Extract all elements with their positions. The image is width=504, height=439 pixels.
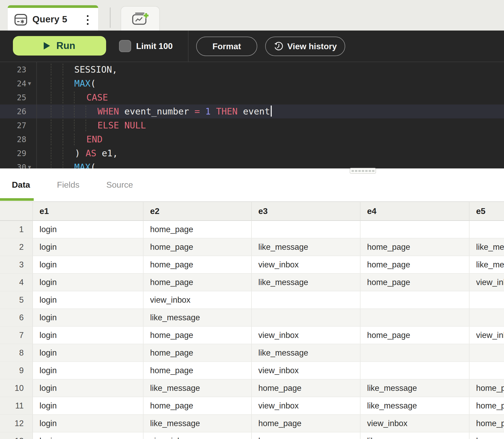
table-cell[interactable]: home_page xyxy=(360,327,470,344)
table-cell[interactable]: home_page xyxy=(144,344,252,362)
table-cell[interactable]: home_page xyxy=(470,397,504,415)
table-cell[interactable]: home_page xyxy=(144,238,252,256)
table-cell[interactable]: home_page xyxy=(144,256,252,274)
table-cell[interactable] xyxy=(252,221,360,238)
table-cell[interactable]: home_page xyxy=(360,256,470,274)
table-cell[interactable]: login xyxy=(33,397,144,415)
code-line[interactable]: 29) AS e1, xyxy=(0,146,504,160)
table-cell[interactable] xyxy=(360,362,470,380)
code-line[interactable]: 27ELSE NULL xyxy=(0,118,504,132)
column-header-e1[interactable]: e1 xyxy=(33,201,144,221)
table-cell[interactable]: like_message xyxy=(144,309,252,327)
table-cell[interactable]: view_inbox xyxy=(144,291,252,309)
table-cell[interactable]: home_page xyxy=(144,397,252,415)
table-cell[interactable]: view_inbox xyxy=(144,432,252,439)
code-line[interactable]: 28END xyxy=(0,132,504,146)
table-cell[interactable] xyxy=(470,344,504,362)
table-cell[interactable]: view_inbox xyxy=(252,362,360,380)
tab-query[interactable]: Query 5 xyxy=(8,5,98,31)
table-cell[interactable]: like_message xyxy=(360,432,470,439)
code-text: WHEN event_number = 1 THEN event xyxy=(97,104,272,118)
table-cell[interactable]: home_page xyxy=(252,415,360,432)
format-button[interactable]: Format xyxy=(196,37,257,56)
table-cell[interactable]: home_page xyxy=(470,380,504,397)
table-cell[interactable]: like_message xyxy=(470,256,504,274)
limit-checkbox[interactable] xyxy=(119,40,131,52)
table-cell[interactable]: like_message xyxy=(252,344,360,362)
query-icon xyxy=(14,13,28,26)
table-cell[interactable]: home_page xyxy=(144,327,252,344)
table-cell[interactable]: like_message xyxy=(144,380,252,397)
results-tab-fields[interactable]: Fields xyxy=(57,180,79,190)
table-cell[interactable]: like_message xyxy=(252,238,360,256)
sql-editor[interactable]: 23SESSION,24▾MAX(25CASE26WHEN event_numb… xyxy=(0,62,504,168)
code-text: ) AS e1, xyxy=(75,146,118,160)
table-cell[interactable]: login xyxy=(33,362,144,380)
table-cell[interactable]: login xyxy=(33,274,144,291)
row-number: 5 xyxy=(0,291,33,309)
table-cell[interactable]: view_inbox xyxy=(252,397,360,415)
panel-resize-handle[interactable] xyxy=(350,168,376,174)
table-cell[interactable]: view_inbox xyxy=(252,256,360,274)
table-cell[interactable] xyxy=(252,309,360,327)
table-cell[interactable]: login xyxy=(33,291,144,309)
table-cell[interactable] xyxy=(470,362,504,380)
code-line[interactable]: 25CASE xyxy=(0,91,504,104)
run-button[interactable]: Run xyxy=(13,36,106,56)
fold-arrow-icon[interactable]: ▾ xyxy=(28,160,31,168)
column-header-e3[interactable]: e3 xyxy=(252,201,360,221)
row-number: 2 xyxy=(0,238,33,256)
results-tab-source[interactable]: Source xyxy=(106,180,133,190)
table-cell[interactable]: login xyxy=(33,327,144,344)
table-cell[interactable] xyxy=(360,344,470,362)
code-line[interactable]: 23SESSION, xyxy=(0,63,504,77)
table-cell[interactable]: view_inbox xyxy=(470,274,504,291)
table-cell[interactable]: login xyxy=(33,415,144,432)
code-line[interactable]: 30▾MAX( xyxy=(0,160,504,168)
table-cell[interactable]: login xyxy=(33,256,144,274)
code-line[interactable]: 26WHEN event_number = 1 THEN event xyxy=(0,104,504,118)
table-cell[interactable]: like_message xyxy=(470,238,504,256)
line-number: 24 xyxy=(0,77,26,91)
kebab-menu-icon[interactable] xyxy=(85,13,90,27)
table-cell[interactable]: view_inbox xyxy=(360,415,470,432)
table-cell[interactable] xyxy=(360,309,470,327)
table-cell[interactable]: login xyxy=(33,380,144,397)
table-cell[interactable]: home_page xyxy=(360,238,470,256)
table-cell[interactable]: login xyxy=(33,432,144,439)
column-header-e4[interactable]: e4 xyxy=(360,201,470,221)
table-cell[interactable]: home_page xyxy=(144,221,252,238)
results-tab-data[interactable]: Data xyxy=(12,180,30,190)
table-cell[interactable]: like_message xyxy=(252,274,360,291)
table-cell[interactable]: login xyxy=(33,344,144,362)
table-cell[interactable]: view_inbox xyxy=(470,327,504,344)
table-cell[interactable]: home_page xyxy=(470,415,504,432)
table-cell[interactable]: home_page xyxy=(144,274,252,291)
column-header-e2[interactable]: e2 xyxy=(144,201,252,221)
table-cell[interactable]: home_page xyxy=(360,274,470,291)
table-cell[interactable] xyxy=(360,291,470,309)
table-cell[interactable]: login xyxy=(33,238,144,256)
table-cell[interactable]: login xyxy=(33,221,144,238)
table-cell[interactable]: like_message xyxy=(360,397,470,415)
table-cell[interactable] xyxy=(470,221,504,238)
table-cell[interactable]: home_page xyxy=(252,380,360,397)
code-line[interactable]: 24▾MAX( xyxy=(0,77,504,91)
table-cell[interactable] xyxy=(360,221,470,238)
table-cell[interactable]: home_page xyxy=(252,432,360,439)
table-header-row: e1e2e3e4e5 xyxy=(0,201,504,221)
table-cell[interactable] xyxy=(470,309,504,327)
table-cell[interactable] xyxy=(470,291,504,309)
table-row: 8loginhome_pagelike_message xyxy=(0,344,504,362)
table-cell[interactable]: login xyxy=(33,309,144,327)
table-cell[interactable] xyxy=(252,291,360,309)
table-cell[interactable]: home_page xyxy=(144,362,252,380)
fold-arrow-icon[interactable]: ▾ xyxy=(28,77,31,91)
view-history-button[interactable]: View history xyxy=(265,37,345,56)
table-cell[interactable]: like_message xyxy=(144,415,252,432)
table-cell[interactable]: home_page xyxy=(470,432,504,439)
new-chart-tab[interactable] xyxy=(121,6,160,31)
table-cell[interactable]: view_inbox xyxy=(252,327,360,344)
table-cell[interactable]: like_message xyxy=(360,380,470,397)
column-header-e5[interactable]: e5 xyxy=(470,201,504,221)
